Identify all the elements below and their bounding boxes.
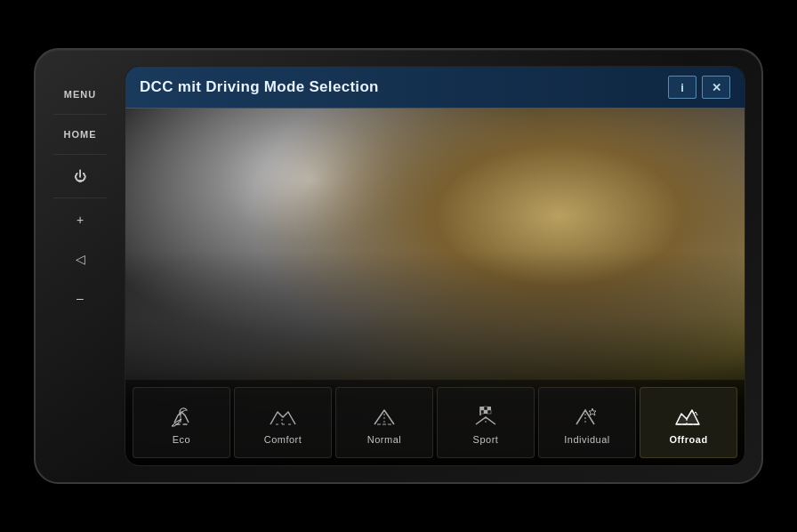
content-area: Eco Comfort bbox=[125, 109, 745, 465]
sport-icon bbox=[470, 402, 502, 429]
power-button[interactable]: ⏻ bbox=[44, 157, 116, 196]
mode-normal[interactable]: Normal bbox=[335, 387, 433, 458]
individual-label: Individual bbox=[564, 434, 609, 445]
volume-button[interactable]: ◁ bbox=[44, 239, 116, 278]
mode-bar: Eco Comfort bbox=[125, 380, 745, 465]
comfort-icon bbox=[267, 402, 299, 429]
mode-comfort[interactable]: Comfort bbox=[234, 387, 332, 458]
svg-rect-4 bbox=[484, 407, 487, 410]
svg-rect-7 bbox=[487, 407, 491, 410]
divider-1 bbox=[53, 114, 107, 115]
eco-label: Eco bbox=[173, 434, 190, 445]
divider-2 bbox=[53, 154, 107, 155]
title-bar: DCC mit Driving Mode Selection i ✕ bbox=[125, 67, 745, 109]
svg-rect-8 bbox=[487, 410, 491, 414]
mode-sport[interactable]: Sport bbox=[437, 387, 535, 458]
individual-icon bbox=[571, 402, 603, 429]
normal-icon bbox=[368, 402, 400, 429]
window-title: DCC mit Driving Mode Selection bbox=[140, 78, 379, 96]
mode-eco[interactable]: Eco bbox=[133, 387, 230, 458]
close-button[interactable]: ✕ bbox=[702, 76, 730, 99]
divider-3 bbox=[53, 197, 107, 198]
plus-button[interactable]: + bbox=[44, 200, 116, 239]
title-actions: i ✕ bbox=[668, 76, 730, 99]
eco-icon bbox=[165, 402, 197, 429]
offroad-label: Offroad bbox=[669, 434, 707, 445]
mode-individual[interactable]: Individual bbox=[538, 387, 636, 458]
sport-label: Sport bbox=[473, 434, 499, 445]
side-controls: MENU HOME ⏻ + ◁ – bbox=[36, 50, 125, 482]
minus-button[interactable]: – bbox=[44, 278, 116, 318]
comfort-label: Comfort bbox=[264, 434, 302, 445]
svg-rect-6 bbox=[484, 410, 487, 414]
home-button[interactable]: HOME bbox=[44, 117, 116, 152]
mode-offroad[interactable]: Offroad bbox=[640, 387, 737, 458]
device-shell: MENU HOME ⏻ + ◁ – DCC mit Driving Mode S… bbox=[34, 48, 763, 484]
main-screen: DCC mit Driving Mode Selection i ✕ bbox=[125, 66, 745, 466]
normal-label: Normal bbox=[367, 434, 401, 445]
menu-button[interactable]: MENU bbox=[44, 77, 116, 112]
info-button[interactable]: i bbox=[668, 76, 696, 99]
offroad-icon bbox=[672, 402, 704, 429]
